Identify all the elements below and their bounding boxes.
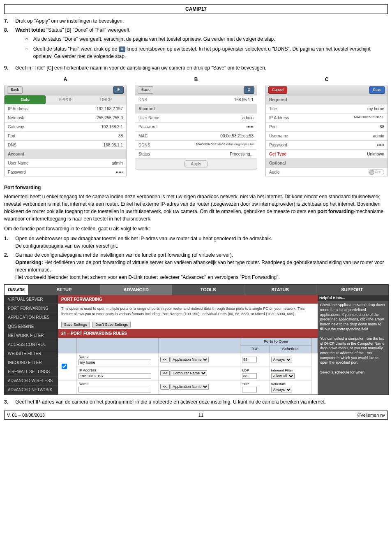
b-ddns-k: DDNS — [138, 142, 150, 148]
c-gettype-k[interactable]: Get Type — [269, 151, 286, 157]
panel-c-label: C — [265, 76, 388, 83]
label-name-2: Name — [78, 382, 88, 386]
tcp-port-input[interactable] — [242, 357, 257, 362]
panel-b-label: B — [135, 76, 257, 83]
pf-step-3-num: 3. — [4, 398, 14, 406]
tcp-port-input-2[interactable] — [242, 387, 257, 392]
pf-step-2-num: 2. — [4, 251, 14, 259]
copy-left-button-2[interactable]: << — [160, 370, 170, 376]
rule-name-input-2[interactable] — [78, 387, 151, 392]
b-status-v: Processing... — [230, 151, 254, 157]
side-inbound-filter[interactable]: INBOUND FILTER — [5, 358, 58, 367]
th-udp: UDP — [242, 369, 249, 372]
pf-step-1-num: 1. — [4, 235, 14, 242]
copy-left-button-1[interactable]: << — [160, 357, 170, 362]
b-user-k: User Name — [138, 115, 159, 121]
a-account: Account — [8, 151, 24, 157]
router-tab-status[interactable]: STATUS — [244, 285, 316, 295]
copy-left-button-3[interactable]: << — [160, 384, 170, 390]
router-dont-save-button[interactable]: Don't Save Settings — [92, 322, 131, 327]
pf-step-2a: Ga naar de configuratiepagina met de ins… — [15, 252, 233, 258]
audio-toggle-off[interactable]: OFF — [369, 169, 384, 175]
step-8-text: Wacht totdat "Status" [B] "Done" of "Fai… — [15, 26, 387, 63]
inbound-select[interactable]: Allow All — [271, 373, 295, 379]
step-num-9: 9. — [4, 64, 14, 72]
step-8-sub2: Geeft de status "Fail" weer, druk op de … — [33, 45, 387, 60]
a-pass-v: ••••• — [115, 169, 123, 175]
panels-row: A Back ⚙ Static PPPOE DHCP IP Address192… — [4, 76, 388, 177]
rule-checkbox[interactable] — [62, 364, 67, 369]
router-save-button[interactable]: Save Settings — [61, 322, 90, 327]
a-pass-k: Password — [8, 169, 26, 175]
appname-select-2[interactable]: Application Name — [171, 384, 209, 390]
panel-a: A Back ⚙ Static PPPOE DHCP IP Address192… — [4, 76, 127, 177]
router-main: PORT FORWARDING This option is used to o… — [58, 295, 318, 395]
router-tab-tools[interactable]: TOOLS — [172, 285, 244, 295]
hints-body: Check the Application Name drop down men… — [320, 303, 386, 375]
hints-title: Helpful Hints... — [318, 295, 388, 302]
c-optional: Optional — [269, 160, 286, 166]
pf-step-2c: Het voorbeeld hieronder toont het scherm… — [15, 274, 279, 280]
tool-icon-b[interactable]: ⚙ — [244, 86, 254, 94]
doc-header: CAMIP17 — [4, 4, 388, 14]
a-user-v: admin — [112, 160, 123, 166]
router-hints: Helpful Hints... Check the Application N… — [318, 295, 388, 395]
b-user-v: admin — [242, 115, 254, 121]
step-num-7: 7. — [4, 17, 14, 25]
a-user-k: User Name — [8, 160, 29, 166]
tab-static[interactable]: Static — [5, 95, 46, 104]
main-step-list: 7. Druk op "Apply" om uw instellingen te… — [4, 17, 388, 72]
udp-port-input[interactable] — [242, 373, 257, 379]
rule-name-input[interactable] — [78, 360, 151, 365]
side-advanced-network[interactable]: ADVANCED NETWORK — [5, 385, 58, 395]
back-button-b[interactable]: Back — [138, 86, 153, 94]
side-firewall-settings[interactable]: FIREWALL SETTINGS — [5, 367, 58, 376]
b-pass-k: Password — [138, 124, 157, 130]
th-sched: Schedule — [269, 346, 311, 353]
side-virtual-server[interactable]: VIRTUAL SERVER — [5, 295, 58, 304]
appname-select[interactable]: Application Name — [171, 357, 209, 362]
pf-opmerking: Opmerking: — [15, 260, 43, 265]
c-pass-v: ••••• — [377, 142, 384, 148]
tool-icon-a[interactable]: ⚙ — [113, 86, 124, 94]
schedule-select-1[interactable]: Always — [271, 357, 292, 362]
back-button-a[interactable]: Back — [7, 86, 23, 94]
pf-para2: Om de functie port forwarding in te stel… — [4, 225, 388, 232]
side-access-control[interactable]: ACCESS CONTROL — [5, 340, 58, 349]
side-website-filter[interactable]: WEBSITE FILTER — [5, 349, 58, 358]
router-rules-title: 24 -- PORT FORWARDING RULES — [58, 329, 318, 338]
rule-ip-input[interactable] — [78, 373, 151, 379]
tab-dhcp[interactable]: DHCP — [86, 95, 126, 104]
panel-b: B Back ⚙ DNS168.95.1.1 Account User Name… — [135, 76, 257, 177]
c-audio-k: Audio — [269, 169, 280, 175]
a-dns-k: DNS — [8, 142, 16, 148]
tab-pppoe[interactable]: PPPOE — [46, 95, 86, 104]
cancel-button[interactable]: Cancel — [268, 86, 287, 94]
side-advanced-wireless[interactable]: ADVANCED WIRELESS — [5, 376, 58, 385]
a-dns-v: 168.95.1.1 — [104, 142, 123, 148]
b-dns-v: 168.95.1.1 — [234, 97, 254, 103]
router-tab-advanced[interactable]: ADVANCED — [100, 285, 172, 295]
side-port-forwarding[interactable]: PORT FORWARDING — [5, 304, 58, 313]
a-gateway-v: 192.168.2.1 — [101, 124, 123, 130]
save-button[interactable]: Save — [369, 86, 385, 94]
schedule-select-2[interactable]: Always — [271, 387, 292, 392]
c-pass-k: Password — [269, 142, 287, 148]
c-user-v: admin — [373, 133, 384, 139]
apply-button[interactable]: Apply — [184, 160, 207, 167]
b-mac-v: 00:0e:53:21:da:53 — [220, 133, 254, 139]
pf-steps-2: 3. Geef het IP-adres van de camera en he… — [4, 398, 388, 406]
router-screenshot: DIR-635 SETUP ADVANCED TOOLS STATUS SUPP… — [4, 284, 389, 395]
router-tab-support[interactable]: SUPPORT — [316, 285, 388, 295]
step-8-sublist: ○ Als de status "Done" weergeeft, versch… — [15, 35, 387, 60]
compname-select[interactable]: Computer Name — [171, 370, 207, 376]
router-pf-desc: This option is used to open multiple por… — [58, 304, 318, 320]
router-tab-setup[interactable]: SETUP — [28, 285, 100, 295]
side-network-filter[interactable]: NETWORK FILTER — [5, 331, 58, 340]
th-ports: Ports to Open — [240, 338, 312, 346]
th-sched-2: Schedule — [271, 382, 286, 386]
side-qos-engine[interactable]: QOS ENGINE — [5, 322, 58, 331]
side-application-rules[interactable]: APPLICATION RULES — [5, 313, 58, 322]
router-sidebar: VIRTUAL SERVER PORT FORWARDING APPLICATI… — [5, 295, 58, 395]
a-port-v: 88 — [118, 133, 123, 139]
